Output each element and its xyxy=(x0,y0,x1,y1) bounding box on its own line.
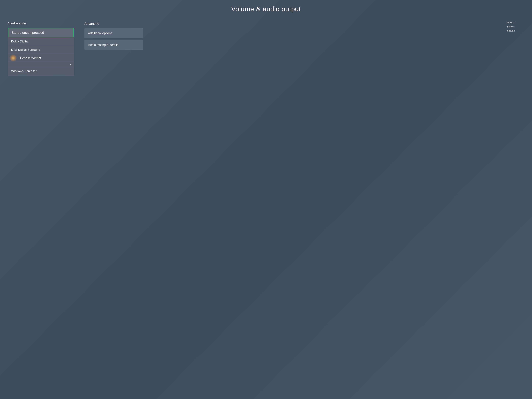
dropdown-item-headset-label: Headset format xyxy=(20,56,41,60)
side-note: When c make s enhanc xyxy=(507,20,532,33)
dropdown-item-windows-sonic-label: Windows Sonic for... xyxy=(11,69,39,73)
dropdown-item-dolby-label: Dolby Digital xyxy=(11,40,28,43)
page-container: Volume & audio output Speaker audio Ster… xyxy=(0,0,532,399)
audio-testing-button[interactable]: Audio testing & details xyxy=(84,40,143,50)
advanced-label: Advanced xyxy=(84,22,524,26)
additional-options-button[interactable]: Additional options xyxy=(84,28,143,38)
dropdown-item-stereo[interactable]: Stereo uncompressed xyxy=(8,28,74,37)
dropdown-item-windows-sonic[interactable]: Windows Sonic for... xyxy=(8,67,74,75)
dropdown-container[interactable]: Stereo uncompressed Dolby Digital DTS Di… xyxy=(8,28,74,76)
glow-decoration xyxy=(9,54,17,62)
dropdown-item-dts-label: DTS Digital Surround xyxy=(11,48,40,51)
speaker-audio-label: Speaker audio xyxy=(8,22,74,25)
dropdown-item-dts[interactable]: DTS Digital Surround xyxy=(8,46,74,54)
right-section: Advanced Additional options Audio testin… xyxy=(84,22,524,50)
page-title: Volume & audio output xyxy=(8,5,524,13)
dropdown-item-headset[interactable]: Headset format xyxy=(8,54,74,62)
button-group: Additional options Audio testing & detai… xyxy=(84,28,143,50)
chevron-row: ∨ xyxy=(8,62,74,67)
chevron-down-icon: ∨ xyxy=(69,63,71,66)
dropdown-item-dolby[interactable]: Dolby Digital xyxy=(8,37,74,46)
content-area: Speaker audio Stereo uncompressed Dolby … xyxy=(8,19,524,76)
side-note-text: When c make s enhanc xyxy=(507,20,532,33)
left-section: Speaker audio Stereo uncompressed Dolby … xyxy=(8,22,74,76)
dropdown-item-stereo-label: Stereo uncompressed xyxy=(12,31,44,35)
